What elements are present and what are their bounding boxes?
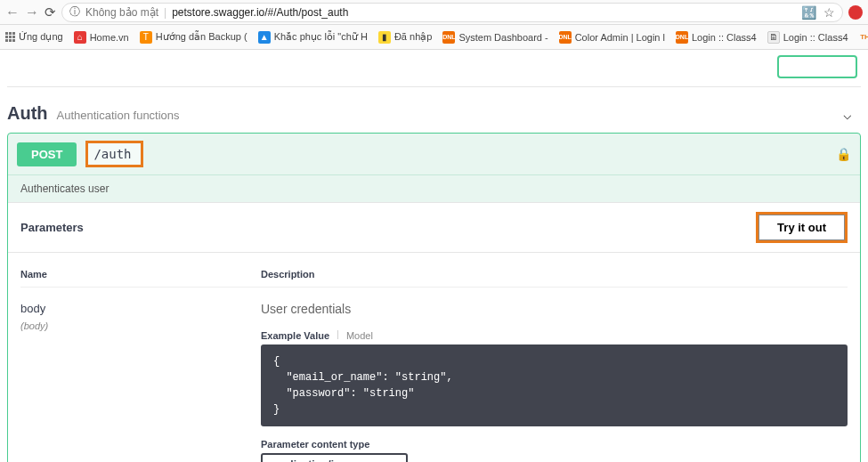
reload-button[interactable]: ⟳ xyxy=(45,4,56,20)
try-it-out-highlight: Try it out xyxy=(756,212,848,243)
bookmark-item[interactable]: ▲Khắc phục lỗi "chữ H xyxy=(258,31,368,44)
param-row: body (body) User credentials Example Val… xyxy=(20,302,848,462)
example-code-block[interactable]: { "email_or_name": "string", "password":… xyxy=(261,344,848,426)
col-name-header: Name xyxy=(20,269,261,280)
content-type-select[interactable]: application/json ⌄ xyxy=(261,453,408,462)
content-type-label: Parameter content type xyxy=(261,439,848,450)
favicon-icon: DNL xyxy=(676,31,688,44)
bookmark-item[interactable]: THướng dẫn Backup ( xyxy=(140,31,247,44)
favicon-icon: DNL xyxy=(559,31,572,44)
url-bar[interactable]: ⓘ Không bảo mật | petstore.swagger.io/#/… xyxy=(61,3,843,22)
authorize-button-hint[interactable] xyxy=(777,55,857,78)
apps-shortcut[interactable]: Ứng dụng xyxy=(5,31,63,43)
model-tab[interactable]: Model xyxy=(346,328,373,343)
param-desc-cell: User credentials Example Value | Model {… xyxy=(261,302,848,462)
parameters-body: Name Description body (body) User creden… xyxy=(8,253,860,462)
col-desc-header: Description xyxy=(261,269,848,280)
folder-icon: ▮ xyxy=(378,31,391,44)
bookmark-item[interactable]: 🗎Login :: Class4 xyxy=(767,31,848,44)
apps-grid-icon xyxy=(5,32,15,42)
bookmark-item[interactable]: THLịch tập gym 6 buổi xyxy=(859,31,869,44)
tab-separator: | xyxy=(329,328,346,343)
operation-header[interactable]: POST /auth 🔒 xyxy=(8,134,860,174)
tag-description: Authentication functions xyxy=(57,109,180,122)
parameters-header-bar: Parameters Try it out xyxy=(8,202,860,253)
bookmark-item[interactable]: DNLLogin :: Class4 xyxy=(676,31,757,44)
favicon-icon: ⌂ xyxy=(74,31,86,44)
operation-summary: Authenticates user xyxy=(8,174,860,202)
bookmark-star-icon[interactable]: ☆ xyxy=(823,5,835,20)
url-divider: | xyxy=(164,6,166,19)
param-type: (body) xyxy=(20,320,261,331)
tag-header[interactable]: Auth Authentication functions ⌵ xyxy=(7,100,861,133)
tag-name: Auth xyxy=(7,103,48,124)
back-button[interactable]: ← xyxy=(5,4,20,20)
bookmark-item[interactable]: DNLColor Admin | Login l xyxy=(559,31,665,44)
security-label: Không bảo mật xyxy=(85,6,158,19)
schema-tabs: Example Value | Model xyxy=(261,328,848,343)
doc-icon: 🗎 xyxy=(767,31,780,44)
method-badge: POST xyxy=(17,142,77,166)
favicon-icon: TH xyxy=(859,31,869,44)
param-description: User credentials xyxy=(261,302,848,316)
browser-address-bar: ← → ⟳ ⓘ Không bảo mật | petstore.swagger… xyxy=(0,0,868,25)
forward-button[interactable]: → xyxy=(25,4,39,20)
swagger-content: Auth Authentication functions ⌵ POST /au… xyxy=(0,50,868,462)
translate-icon[interactable]: 🔣 xyxy=(801,5,816,20)
example-value-tab[interactable]: Example Value xyxy=(261,328,329,343)
favicon-icon: T xyxy=(140,31,152,44)
top-spacer xyxy=(7,55,861,87)
chevron-down-icon: ⌄ xyxy=(388,458,397,462)
try-it-out-button[interactable]: Try it out xyxy=(758,215,845,240)
bookmark-item[interactable]: ⌂Home.vn xyxy=(74,31,129,44)
apps-label: Ứng dụng xyxy=(19,31,63,43)
param-name-cell: body (body) xyxy=(20,302,261,462)
bookmark-item[interactable]: ▮Đã nhập xyxy=(378,31,432,44)
info-icon: ⓘ xyxy=(69,4,80,20)
param-table-head: Name Description xyxy=(20,269,848,288)
bookmark-item[interactable]: DNLSystem Dashboard - xyxy=(442,31,548,44)
extension-badge[interactable] xyxy=(848,5,863,20)
url-text: petstore.swagger.io/#/Auth/post_auth xyxy=(172,6,348,19)
parameters-title: Parameters xyxy=(20,221,84,234)
lock-icon[interactable]: 🔒 xyxy=(836,147,851,161)
favicon-icon: ▲ xyxy=(258,31,271,44)
param-name: body xyxy=(20,302,261,315)
operation-path: /auth xyxy=(85,141,142,167)
chevron-down-icon: ⌵ xyxy=(843,106,852,123)
content-type-value: application/json xyxy=(272,458,353,462)
bookmarks-bar: Ứng dụng ⌂Home.vn THướng dẫn Backup ( ▲K… xyxy=(0,25,868,50)
operation-block: POST /auth 🔒 Authenticates user Paramete… xyxy=(7,133,861,462)
favicon-icon: DNL xyxy=(442,31,455,44)
